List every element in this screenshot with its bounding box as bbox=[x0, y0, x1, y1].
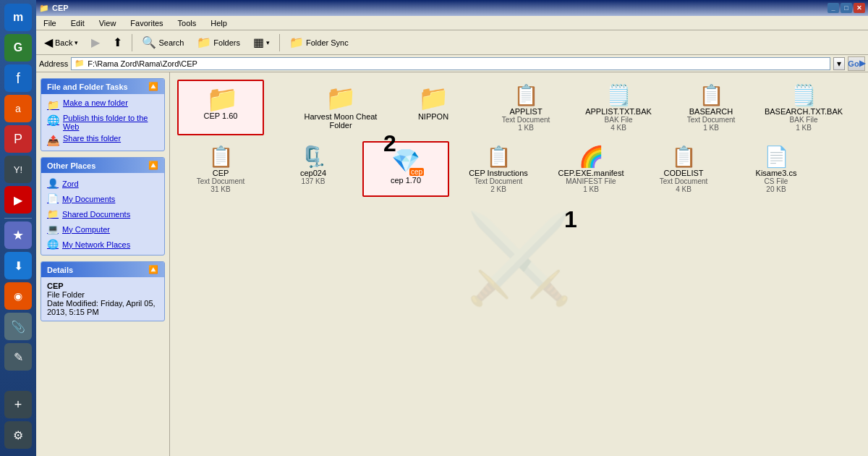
left-panel: File and Folder Tasks 🔼 📁 Make a new fol… bbox=[36, 72, 170, 456]
file-meta-applist: Text Document1 KB bbox=[502, 116, 550, 132]
sidebar-rss-icon[interactable]: ◉ bbox=[4, 282, 32, 310]
file-item-basearch[interactable]: 📋 BASEARCH Text Document1 KB bbox=[668, 80, 754, 135]
other-places-my-computer[interactable]: 💻 My Computer bbox=[47, 223, 158, 235]
sidebar-amazon-icon[interactable]: a bbox=[4, 95, 32, 122]
sidebar-facebook-icon[interactable]: f bbox=[4, 64, 32, 92]
file-tasks-collapse-icon[interactable]: 🔼 bbox=[148, 82, 158, 91]
file-item-applist[interactable]: 📋 APPLIST Text Document1 KB bbox=[482, 80, 569, 135]
sidebar-edit-icon[interactable]: ✎ bbox=[4, 343, 32, 371]
file-item-basearch-bak[interactable]: 🗒️ BASEARCH.TXT.BAK BAK File1 KB bbox=[760, 80, 847, 135]
details-title: Details bbox=[47, 266, 73, 274]
address-input[interactable]: 📁 F:\Rama Zord\Rama\Zord\CEP bbox=[71, 57, 830, 70]
up-button[interactable]: ⬆ bbox=[108, 33, 127, 52]
file-meta-codelist: Text Document4 KB bbox=[660, 177, 708, 193]
other-places-header[interactable]: Other Places 🔼 bbox=[41, 158, 164, 173]
back-button[interactable]: ◀ Back ▾ bbox=[39, 33, 83, 52]
folder-icon-harvest: 📁 bbox=[326, 83, 356, 112]
close-button[interactable]: ✕ bbox=[854, 3, 865, 13]
go-button[interactable]: Go ▶ bbox=[848, 56, 865, 71]
sidebar-star-icon[interactable]: ★ bbox=[4, 221, 32, 249]
file-meta-basearch: Text Document1 KB bbox=[687, 116, 736, 132]
file-item-harvest-moon[interactable]: 📁 Harvest Moon Cheat Folder bbox=[297, 80, 384, 135]
file-tasks-header[interactable]: File and Folder Tasks 🔼 bbox=[41, 79, 164, 94]
minimize-button[interactable]: _ bbox=[827, 3, 839, 13]
details-collapse-icon[interactable]: 🔼 bbox=[148, 265, 158, 274]
maximize-button[interactable]: □ bbox=[841, 3, 852, 13]
make-new-folder-link[interactable]: 📁 Make a new folder bbox=[47, 98, 158, 111]
other-places-my-documents[interactable]: 📄 My Documents bbox=[47, 193, 158, 205]
other-places-network-places[interactable]: 🌐 My Network Places bbox=[47, 238, 158, 250]
sidebar-m-icon[interactable]: m bbox=[4, 4, 32, 31]
views-dropdown[interactable]: ▾ bbox=[266, 39, 270, 46]
details-header[interactable]: Details 🔼 bbox=[41, 262, 164, 277]
views-button[interactable]: ▦ ▾ bbox=[248, 33, 275, 52]
address-dropdown-arrow[interactable]: ▾ bbox=[833, 57, 845, 70]
cep-badge: cep bbox=[409, 168, 424, 176]
folders-button[interactable]: 📁 Folders bbox=[192, 33, 245, 52]
cs-file-icon: 📄 bbox=[764, 145, 789, 169]
sidebar-add-icon[interactable]: + bbox=[4, 391, 32, 418]
sidebar-g-icon[interactable]: G bbox=[4, 34, 32, 62]
menu-file[interactable]: File bbox=[39, 17, 61, 29]
other-places-zord[interactable]: 👤 Zord bbox=[47, 177, 158, 190]
file-name-cep-txt: CEP bbox=[213, 169, 229, 177]
address-dropdown[interactable]: ▾ bbox=[833, 57, 845, 70]
menu-help[interactable]: Help bbox=[206, 17, 231, 29]
back-label: Back bbox=[55, 38, 72, 47]
publish-folder-link[interactable]: 🌐 Publish this folder to the Web bbox=[47, 114, 158, 131]
network-places-label: My Network Places bbox=[62, 240, 130, 249]
shared-documents-label: Shared Documents bbox=[62, 210, 130, 219]
file-item-cep160[interactable]: 📁 CEP 1.60 bbox=[177, 80, 264, 135]
other-places-shared-documents[interactable]: 📁 Shared Documents bbox=[47, 208, 158, 220]
text-doc-icon-basearch: 📋 bbox=[699, 83, 724, 107]
my-documents-icon: 📄 bbox=[47, 193, 59, 204]
zip-icon-cep024: 🗜️ bbox=[301, 145, 326, 169]
file-name-cep170: cep 1.70 bbox=[391, 176, 421, 185]
file-tasks-content: 📁 Make a new folder 🌐 Publish this folde… bbox=[41, 94, 164, 151]
menu-favorites[interactable]: Favorites bbox=[126, 17, 167, 29]
file-item-cep170[interactable]: 💎 cep cep 1.70 bbox=[362, 141, 449, 197]
file-item-cep-manifest[interactable]: 🌈 CEP.EXE.manifest MANIFEST File1 KB bbox=[548, 141, 634, 197]
zord-label: Zord bbox=[62, 180, 79, 188]
menu-edit[interactable]: Edit bbox=[67, 17, 89, 29]
folder-sync-icon: 📁 bbox=[289, 35, 304, 49]
publish-icon: 🌐 bbox=[47, 114, 59, 126]
sidebar-yahoo-icon[interactable]: Y! bbox=[4, 156, 32, 183]
go-label: Go bbox=[848, 59, 859, 68]
other-places-content: 👤 Zord 📄 My Documents 📁 Shared Documents… bbox=[41, 173, 164, 255]
file-item-applist-bak[interactable]: 🗒️ APPLIST.TXT.BAK BAK File4 KB bbox=[575, 80, 662, 135]
file-item-kisame[interactable]: 📄 Kisame3.cs CS File20 KB bbox=[733, 141, 820, 197]
details-content: CEP File Folder Date Modified: Friday, A… bbox=[41, 277, 164, 321]
sidebar-download-icon[interactable]: ⬇ bbox=[4, 252, 32, 279]
file-area: ⚔️ 2 1 📁 CEP 1.60 📁 Harvest Moon Cheat F… bbox=[170, 72, 868, 456]
details-file-name: CEP bbox=[47, 282, 158, 290]
file-item-cep-instructions[interactable]: 📋 CEP Instructions Text Document2 KB bbox=[455, 141, 542, 197]
file-item-cep024[interactable]: 🗜️ cep024 137 KB bbox=[270, 141, 357, 197]
back-icon: ◀ bbox=[44, 35, 53, 49]
title-bar-controls: _ □ ✕ bbox=[827, 3, 865, 13]
other-places-collapse-icon[interactable]: 🔼 bbox=[148, 161, 158, 170]
file-name-basearch-bak: BASEARCH.TXT.BAK bbox=[765, 107, 843, 116]
sidebar-pinterest-icon[interactable]: P bbox=[4, 125, 32, 153]
forward-button[interactable]: ▶ bbox=[86, 33, 105, 52]
file-item-codelist[interactable]: 📋 CODELIST Text Document4 KB bbox=[640, 141, 727, 197]
my-computer-icon: 💻 bbox=[47, 224, 59, 235]
my-documents-label: My Documents bbox=[62, 195, 115, 203]
menu-tools[interactable]: Tools bbox=[174, 17, 201, 29]
window-title: CEP bbox=[52, 4, 69, 12]
sidebar-clip-icon[interactable]: 📎 bbox=[4, 313, 32, 340]
sidebar-youtube-icon[interactable]: ▶ bbox=[4, 186, 32, 214]
folders-icon: 📁 bbox=[197, 35, 211, 49]
search-button[interactable]: 🔍 Search bbox=[137, 33, 189, 52]
file-item-nippon[interactable]: 📁 NIPPON bbox=[390, 80, 477, 135]
file-meta-cep-instructions: Text Document2 KB bbox=[475, 177, 523, 193]
menu-view[interactable]: View bbox=[95, 17, 121, 29]
search-label: Search bbox=[158, 38, 184, 47]
file-meta-basearch-bak: BAK File1 KB bbox=[790, 116, 818, 132]
share-folder-link[interactable]: 📤 Share this folder bbox=[47, 134, 158, 146]
back-dropdown-icon[interactable]: ▾ bbox=[75, 39, 78, 46]
folder-sync-button[interactable]: 📁 Folder Sync bbox=[284, 33, 354, 52]
folder-sync-label: Folder Sync bbox=[306, 38, 349, 47]
file-item-cep-txt[interactable]: 📋 CEP Text Document31 KB bbox=[177, 141, 264, 197]
sidebar-settings-icon[interactable]: ⚙ bbox=[4, 421, 32, 449]
